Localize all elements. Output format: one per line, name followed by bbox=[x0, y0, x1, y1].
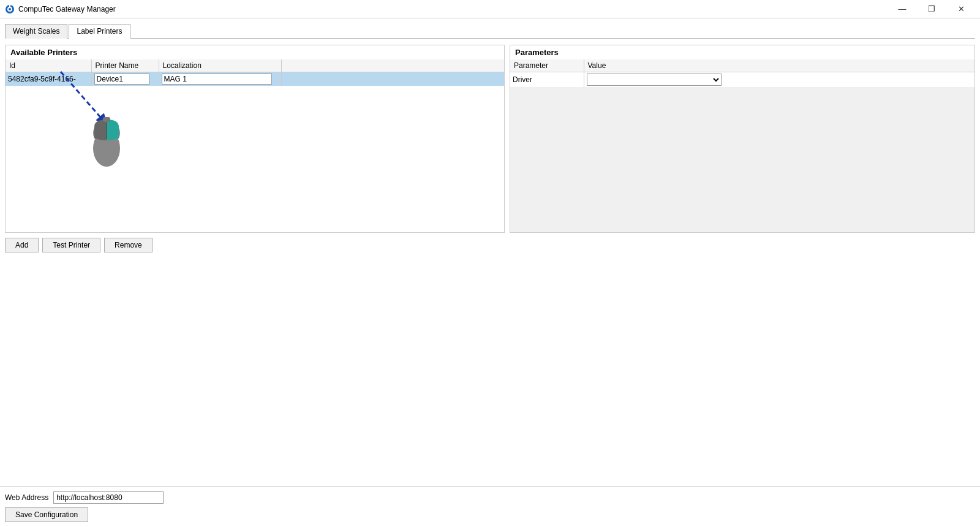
available-printers-title: Available Printers bbox=[6, 45, 504, 59]
tab-weight-scales[interactable]: Weight Scales bbox=[5, 24, 67, 39]
tab-label-printers[interactable]: Label Printers bbox=[69, 24, 130, 39]
svg-point-7 bbox=[93, 121, 120, 145]
bottom-bar: Web Address Save Configuration bbox=[0, 486, 980, 527]
main-content: Weight Scales Label Printers Available P… bbox=[0, 18, 980, 257]
params-table-header: Parameter Value bbox=[510, 59, 974, 72]
svg-point-2 bbox=[9, 8, 11, 10]
minimize-button[interactable]: — bbox=[888, 1, 916, 18]
parameters-title: Parameters bbox=[510, 45, 974, 59]
title-bar-controls: — ❐ ✕ bbox=[888, 1, 975, 18]
web-address-row: Web Address bbox=[5, 491, 975, 504]
remove-button[interactable]: Remove bbox=[104, 238, 153, 252]
parameters-table: Parameter Value Driver bbox=[510, 59, 974, 88]
close-button[interactable]: ✕ bbox=[947, 1, 975, 18]
col-localization: Localization bbox=[159, 59, 281, 72]
save-configuration-button[interactable]: Save Configuration bbox=[5, 507, 88, 522]
mouse-svg bbox=[88, 115, 125, 170]
col-parameter: Parameter bbox=[510, 59, 584, 72]
svg-rect-3 bbox=[9, 5, 10, 7]
printer-name-input[interactable] bbox=[94, 74, 149, 85]
action-buttons: Add Test Printer Remove bbox=[5, 238, 975, 252]
cell-id: 5482cfa9-5c9f-4166- bbox=[6, 72, 91, 86]
param-name-driver: Driver bbox=[510, 72, 584, 88]
cell-printer-name[interactable] bbox=[91, 72, 159, 86]
spacer bbox=[0, 257, 980, 487]
col-extra bbox=[281, 59, 504, 72]
app-title: CompuTec Gateway Manager bbox=[18, 5, 116, 13]
param-value-driver[interactable] bbox=[584, 72, 974, 88]
web-address-label: Web Address bbox=[5, 493, 48, 502]
table-row[interactable]: 5482cfa9-5c9f-4166- bbox=[6, 72, 504, 86]
title-bar-left: CompuTec Gateway Manager bbox=[5, 4, 116, 14]
app-icon bbox=[5, 4, 15, 14]
printers-table: Id Printer Name Localization 5482cfa9-5c… bbox=[6, 59, 504, 86]
svg-rect-9 bbox=[103, 117, 110, 122]
restore-button[interactable]: ❐ bbox=[918, 1, 946, 18]
available-printers-panel: Available Printers Id Printer Name Local… bbox=[5, 45, 505, 233]
driver-select[interactable] bbox=[587, 74, 722, 86]
web-address-input[interactable] bbox=[53, 491, 164, 504]
printers-table-wrapper: Id Printer Name Localization 5482cfa9-5c… bbox=[6, 59, 504, 232]
localization-input[interactable] bbox=[162, 74, 272, 85]
title-bar: CompuTec Gateway Manager — ❐ ✕ bbox=[0, 0, 980, 18]
cell-extra bbox=[281, 72, 504, 86]
param-row-driver: Driver bbox=[510, 72, 974, 88]
content-area: Available Printers Id Printer Name Local… bbox=[5, 45, 975, 233]
tabs-container: Weight Scales Label Printers bbox=[5, 23, 975, 39]
test-printer-button[interactable]: Test Printer bbox=[42, 238, 100, 252]
svg-point-6 bbox=[93, 130, 120, 167]
col-value: Value bbox=[584, 59, 974, 72]
save-button-row: Save Configuration bbox=[5, 507, 975, 522]
printers-table-header: Id Printer Name Localization bbox=[6, 59, 504, 72]
col-id: Id bbox=[6, 59, 91, 72]
cell-localization[interactable] bbox=[159, 72, 281, 86]
parameters-panel: Parameters Parameter Value Driver bbox=[510, 45, 975, 233]
col-printer-name: Printer Name bbox=[91, 59, 159, 72]
add-button[interactable]: Add bbox=[5, 238, 39, 252]
